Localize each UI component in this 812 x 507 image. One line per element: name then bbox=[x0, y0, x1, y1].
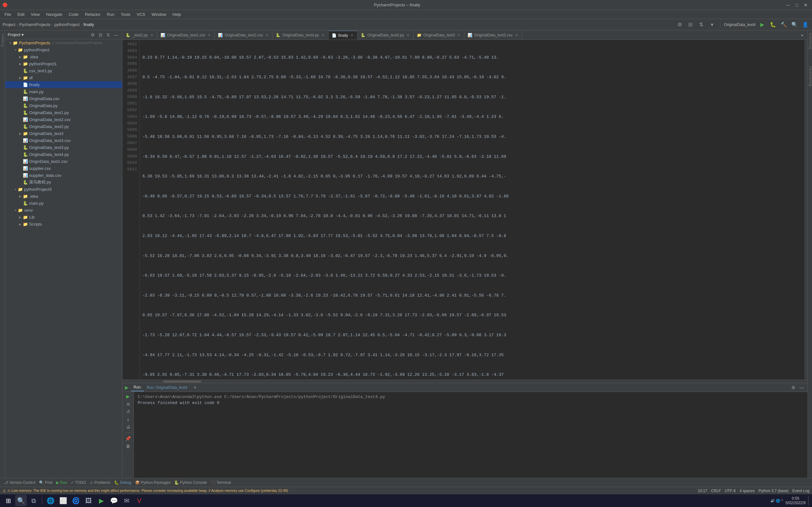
tree-item-idea2[interactable]: ▶ 📁 .idea bbox=[5, 193, 122, 200]
build-button[interactable]: 🔨 bbox=[780, 20, 788, 29]
tab-finally[interactable]: 📄 finally ✕ bbox=[328, 31, 358, 40]
wechat-btn[interactable]: 💬 bbox=[108, 495, 119, 506]
run-restore-btn[interactable]: ↺ bbox=[125, 408, 131, 415]
photos-btn[interactable]: 🖼 bbox=[83, 495, 94, 506]
search-taskbar-btn[interactable]: 🔍 bbox=[15, 495, 27, 506]
tab-orig2[interactable]: 📊 OriginalData_text2.csv ✕ bbox=[215, 31, 272, 40]
taskview-btn[interactable]: ⧉ bbox=[28, 495, 39, 506]
layout-icon[interactable]: ⊟ bbox=[687, 20, 695, 29]
status-line-ending[interactable]: CRLF bbox=[711, 489, 721, 493]
tree-item-lib[interactable]: ▶ 📁 Lib bbox=[5, 214, 122, 221]
tab-orig1[interactable]: 📊 OriginalData_text1.csv ✕ bbox=[157, 31, 215, 40]
tab-origtext3csv[interactable]: 📊 OriginalData_text3.csv ✕ bbox=[464, 31, 522, 40]
tree-item-df[interactable]: ▶ 📁 df bbox=[5, 74, 122, 81]
project-panel-label[interactable]: Project bbox=[0, 32, 5, 49]
tab-orig1-close[interactable]: ✕ bbox=[207, 33, 211, 38]
run-close-btn[interactable]: ✕ bbox=[191, 383, 199, 392]
windows-btn[interactable]: ⊞ bbox=[3, 495, 14, 506]
tab-origtext3csv-close[interactable]: ✕ bbox=[514, 33, 519, 38]
tree-item-originaldata-text3-py[interactable]: 🐍 OriginalData_text3.py bbox=[5, 144, 122, 151]
find-btn[interactable]: 🔍 Find bbox=[38, 480, 54, 486]
project-collapse-btn[interactable]: — bbox=[113, 32, 119, 38]
maximize-button[interactable]: □ bbox=[793, 1, 801, 9]
breadcrumb-file[interactable]: finally bbox=[84, 22, 94, 27]
tree-item-pycharm-root[interactable]: ▾ 📁 PycharmProjects C:\Users\Anan\Pychar… bbox=[5, 39, 122, 46]
status-indent[interactable]: 4 spaces bbox=[740, 489, 755, 493]
tab-orig4py[interactable]: 🐍 OriginalData_text4.py ✕ bbox=[272, 31, 328, 40]
tree-item-originaldata-csv[interactable]: 📊 OriginalData.csv bbox=[5, 95, 122, 102]
run-bottom-btn[interactable]: ▶ Run bbox=[55, 480, 68, 486]
minimize-button[interactable]: ─ bbox=[784, 1, 792, 9]
breadcrumb-project[interactable]: PycharmProjects bbox=[19, 22, 50, 27]
tab-origtext3py-close[interactable]: ✕ bbox=[406, 33, 410, 38]
tab-overflow-btn[interactable]: ▾ bbox=[798, 32, 806, 40]
tree-item-originaldata-text4-py[interactable]: 🐍 OriginalData_text4.py bbox=[5, 151, 122, 158]
event-log-btn[interactable]: Event Log bbox=[792, 489, 809, 493]
show-desktop-btn[interactable] bbox=[808, 496, 809, 505]
tree-item-originaldata-text3-dir[interactable]: ▶ 📁 OriginalData_text3 bbox=[5, 130, 122, 137]
run-rerun-btn[interactable]: ▶ bbox=[125, 393, 131, 400]
python-packages-btn[interactable]: 📦 Python Packages bbox=[134, 480, 172, 486]
media-btn[interactable]: ▶ bbox=[96, 495, 107, 506]
run-tab[interactable]: Run: bbox=[131, 384, 144, 391]
tree-item-originaldata-text3-csv[interactable]: 📊 OriginalData_text3.csv bbox=[5, 137, 122, 144]
tree-item-pythonproject[interactable]: ▾ 📁 pythonProject bbox=[5, 46, 122, 53]
editor-scrollbar[interactable] bbox=[804, 40, 808, 380]
settings-icon[interactable]: ⚙ bbox=[676, 20, 684, 29]
bookmarks-label[interactable]: Bookmarks bbox=[808, 64, 812, 88]
tree-item-csv-text1-py[interactable]: 🐍 csv_text1.py bbox=[5, 67, 122, 74]
tree-item-main-py2[interactable]: 🐍 main.py bbox=[5, 200, 122, 207]
structure-label[interactable]: Structure bbox=[808, 31, 812, 51]
run-print-btn[interactable]: 🖨 bbox=[125, 424, 132, 430]
debug-bottom-btn[interactable]: 🐛 Debug bbox=[113, 480, 133, 486]
breadcrumb-subproject[interactable]: pythonProject bbox=[54, 22, 80, 27]
tab-origtext3[interactable]: 📁 OriginalData_text3 ✕ bbox=[414, 31, 464, 40]
tab-origtext3-close[interactable]: ✕ bbox=[457, 33, 461, 38]
tab-origtext3py[interactable]: 🐍 OriginalData_text3.py ✕ bbox=[357, 31, 413, 40]
tree-item-originaldata-text2-csv[interactable]: 📊 OriginalData_text2.csv bbox=[5, 116, 122, 123]
debug-button[interactable]: 🐛 bbox=[769, 20, 777, 29]
tab-orig4py-close[interactable]: ✕ bbox=[321, 33, 325, 38]
tree-item-scripts[interactable]: ▶ 📁 Scripts bbox=[5, 221, 122, 228]
tab-orig2-close[interactable]: ✕ bbox=[265, 33, 269, 38]
run-pin-btn[interactable]: 📌 bbox=[124, 435, 132, 442]
vcs-btn[interactable]: ⎇ Version Control bbox=[3, 480, 37, 486]
project-sort-btn[interactable]: ⇅ bbox=[105, 32, 111, 38]
tab-text2[interactable]: 🐍 _text2.py ✕ bbox=[122, 31, 157, 40]
terminal-btn[interactable]: ⬛ Terminal bbox=[210, 480, 232, 486]
run-scroll-btn[interactable]: ⇣ bbox=[125, 416, 131, 422]
run-clear-btn[interactable]: 🗑 bbox=[125, 443, 132, 449]
tree-item-originaldata-py[interactable]: 🐍 OriginalData.py bbox=[5, 102, 122, 109]
menu-edit[interactable]: Edit bbox=[14, 11, 28, 18]
avatar-button[interactable]: 👤 bbox=[801, 20, 809, 29]
menu-view[interactable]: View bbox=[28, 11, 43, 18]
close-button[interactable]: ✕ bbox=[802, 1, 809, 9]
tree-item-pythonproject1[interactable]: ▶ 📁 pythonProject1 bbox=[5, 60, 122, 67]
menu-vcs[interactable]: VCS bbox=[134, 11, 148, 18]
status-encoding[interactable]: UTF-8 bbox=[725, 489, 735, 493]
menu-code[interactable]: Code bbox=[66, 11, 82, 18]
search-button[interactable]: 🔍 bbox=[791, 20, 799, 29]
menu-help[interactable]: Help bbox=[169, 11, 184, 18]
tree-item-idea[interactable]: ▶ 📁 .idea bbox=[5, 53, 122, 60]
vwire-btn[interactable]: V bbox=[134, 495, 145, 506]
run-stop-btn[interactable]: ⏹ bbox=[125, 401, 132, 407]
run-settings-btn[interactable]: ⚙ bbox=[790, 384, 797, 391]
tree-item-originaldata-text2-py[interactable]: 🐍 OriginalData_text2.py bbox=[5, 123, 122, 130]
menu-file[interactable]: File bbox=[1, 11, 14, 18]
menu-navigate[interactable]: Navigate bbox=[43, 11, 65, 18]
tree-item-origindata-text1-csv[interactable]: 📊 OriginData_text1.csv bbox=[5, 158, 122, 165]
project-settings-btn[interactable]: ⚙ bbox=[90, 32, 96, 38]
tree-item-caoniao-py[interactable]: 🐍 菜鸟教程.py bbox=[5, 179, 122, 186]
run-button[interactable]: ▶ bbox=[758, 20, 766, 29]
status-line-col[interactable]: 10:17 bbox=[698, 489, 707, 493]
tab-text2-close[interactable]: ✕ bbox=[150, 33, 154, 38]
tree-item-finally[interactable]: 📄 finally bbox=[5, 81, 122, 88]
menu-window[interactable]: Window bbox=[148, 11, 169, 18]
tab-finally-close[interactable]: ✕ bbox=[350, 33, 354, 38]
tree-item-venv[interactable]: ▾ 📁 venv bbox=[5, 207, 122, 214]
project-expand-btn[interactable]: ⊟ bbox=[97, 32, 104, 38]
tree-item-pythonproject3[interactable]: ▾ 📁 pythonProject3 bbox=[5, 186, 122, 193]
editor-hscrollbar[interactable] bbox=[122, 380, 808, 383]
todo-btn[interactable]: ✓ TODO bbox=[69, 480, 87, 486]
